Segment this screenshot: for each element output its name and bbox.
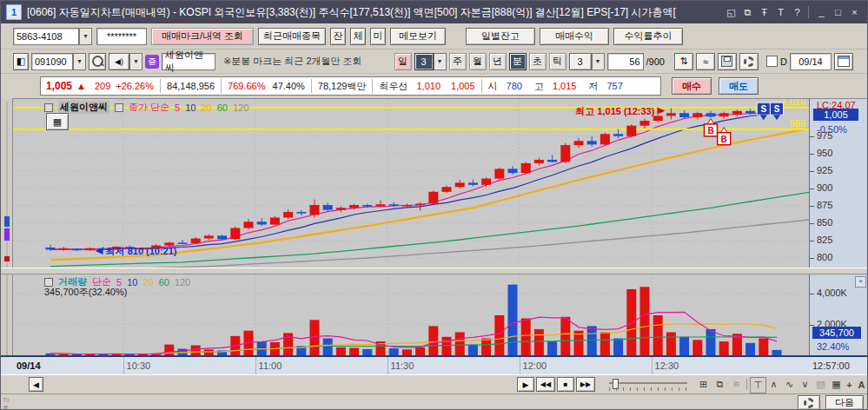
yield-trend-button[interactable]: 수익률추이 (613, 28, 683, 45)
ma-period-label[interactable]: 10 (185, 102, 195, 113)
daily-balance-button[interactable]: 일별잔고 (466, 28, 535, 45)
settings-gear-icon[interactable] (739, 53, 759, 70)
balance-button[interactable]: 잔 (330, 28, 346, 45)
volume-bar[interactable] (653, 315, 663, 355)
account-select[interactable]: 5863-4108 (13, 28, 79, 45)
candle-body[interactable] (310, 205, 320, 215)
volume-bar[interactable] (692, 340, 702, 355)
volume-bar[interactable] (481, 339, 491, 355)
candle-body[interactable] (653, 116, 663, 121)
memo-button[interactable]: 메모보기 (390, 28, 446, 45)
candle-body[interactable] (494, 169, 504, 178)
volume-bar[interactable] (560, 317, 570, 355)
trade-profit-button[interactable]: 매매수익 (540, 28, 609, 45)
minute-count-select[interactable]: 3 (569, 53, 592, 70)
volume-bar[interactable] (508, 285, 518, 355)
volume-bar[interactable] (455, 332, 465, 355)
candle-body[interactable] (376, 204, 386, 206)
volume-bar[interactable] (613, 339, 623, 355)
candle-body[interactable] (257, 222, 267, 224)
candle-body[interactable] (692, 113, 702, 117)
volume-bar[interactable] (468, 345, 478, 355)
ma-period-label[interactable]: 60 (217, 102, 228, 113)
candle-body[interactable] (389, 204, 399, 206)
candle-body[interactable] (666, 113, 676, 116)
volume-bar[interactable] (415, 347, 425, 355)
volume-bar[interactable] (521, 319, 531, 355)
candle-body[interactable] (455, 182, 465, 187)
stock-checkbox[interactable] (44, 103, 53, 112)
volume-bar[interactable] (494, 315, 504, 355)
new-chart-window-icon[interactable]: ⊞ (696, 377, 711, 392)
candle-body[interactable] (336, 208, 346, 209)
candle-body[interactable] (745, 111, 755, 113)
area-chart-type-icon[interactable]: ∨ (798, 377, 812, 392)
candle-body[interactable] (59, 248, 69, 250)
period-week-tab[interactable]: 주 (449, 53, 467, 70)
ma-period-label[interactable]: 5 (175, 102, 180, 113)
volume-checkbox[interactable] (44, 278, 53, 287)
day-count-dropdown-icon[interactable]: ▼ (434, 53, 447, 70)
candle-body[interactable] (428, 192, 438, 204)
candle-body[interactable] (640, 121, 650, 126)
volume-bar[interactable] (547, 341, 557, 355)
candle-body[interactable] (600, 134, 610, 144)
volume-bar[interactable] (402, 349, 412, 355)
price-axis[interactable]: LC:24.071,005-0.50%975950925900875850825… (809, 98, 868, 268)
cascade-window-icon[interactable]: ⧉ (740, 5, 755, 19)
volume-bar[interactable] (719, 341, 729, 355)
candle-body[interactable] (706, 113, 716, 116)
font-lock-icon[interactable]: Ŧ (757, 5, 772, 19)
candle-body[interactable] (442, 187, 452, 192)
volume-bar[interactable] (640, 287, 650, 355)
candle-body[interactable] (574, 141, 584, 145)
bar-chart-type-icon[interactable]: ⊤ (750, 377, 766, 393)
volume-bar[interactable] (362, 349, 372, 355)
volume-bar[interactable] (666, 332, 676, 355)
scroll-left-icon[interactable]: ◀ (29, 377, 43, 392)
window-link-badge[interactable]: 1 (6, 4, 22, 20)
candle-body[interactable] (534, 160, 544, 163)
executed-button[interactable]: 체 (350, 28, 366, 45)
candle-body[interactable] (415, 203, 425, 205)
candle-body[interactable] (230, 228, 240, 240)
candle-body[interactable] (732, 111, 742, 115)
volume-bar[interactable] (191, 346, 201, 356)
cascade-chart-icon[interactable]: ⧉ (712, 377, 727, 392)
calendar-icon[interactable] (834, 53, 853, 70)
save-icon[interactable] (718, 53, 737, 70)
candle-body[interactable] (85, 248, 95, 250)
bar-count-input[interactable]: 56 (607, 53, 644, 70)
overlay-indicator-icon[interactable]: ≋ (729, 377, 744, 392)
help-icon[interactable]: ? (790, 5, 805, 19)
add-candle-icon[interactable]: ⇅ (674, 53, 693, 70)
date-field[interactable]: 09/14 (790, 53, 832, 70)
volume-chart-panel[interactable]: 거래량단순5102060120345,700주(32.40%) (13, 274, 809, 355)
candle-body[interactable] (204, 235, 214, 238)
d-checkbox[interactable] (766, 56, 778, 67)
candle-body[interactable] (679, 113, 689, 117)
candle-body[interactable] (349, 205, 359, 208)
volume-ma-label[interactable]: 20 (142, 277, 153, 288)
candle-body[interactable] (270, 217, 280, 224)
volume-bar[interactable] (389, 348, 399, 355)
rewind-icon[interactable]: ◀◀ (536, 377, 555, 392)
time-axis[interactable]: 09/1410:3011:0011:3012:0012:3012:57:00 (1, 355, 868, 374)
auto-scale-icon[interactable]: A (854, 377, 868, 392)
prev-stock-icon[interactable]: ◧ (13, 53, 29, 70)
mountain-chart-type-icon[interactable]: ∧ (766, 377, 781, 392)
volume-bar[interactable] (349, 348, 359, 355)
candle-body[interactable] (626, 126, 636, 136)
fast-forward-icon[interactable]: ▶▶ (576, 377, 595, 392)
close-line-checkbox[interactable] (115, 103, 123, 112)
volume-ma-label[interactable]: 10 (127, 277, 137, 288)
candle-body[interactable] (178, 242, 188, 244)
pending-button[interactable]: 미 (370, 28, 386, 45)
line-chart-type-icon[interactable]: ∿ (782, 377, 797, 392)
speaker-icon[interactable]: ◀) (109, 53, 129, 70)
search-icon[interactable] (89, 53, 106, 70)
panel-splitter[interactable] (1, 268, 868, 274)
period-month-tab[interactable]: 월 (469, 53, 487, 70)
volume-axis[interactable]: 4,000K2,000K345,70032.40%× (809, 274, 868, 355)
candle-body[interactable] (283, 212, 293, 217)
